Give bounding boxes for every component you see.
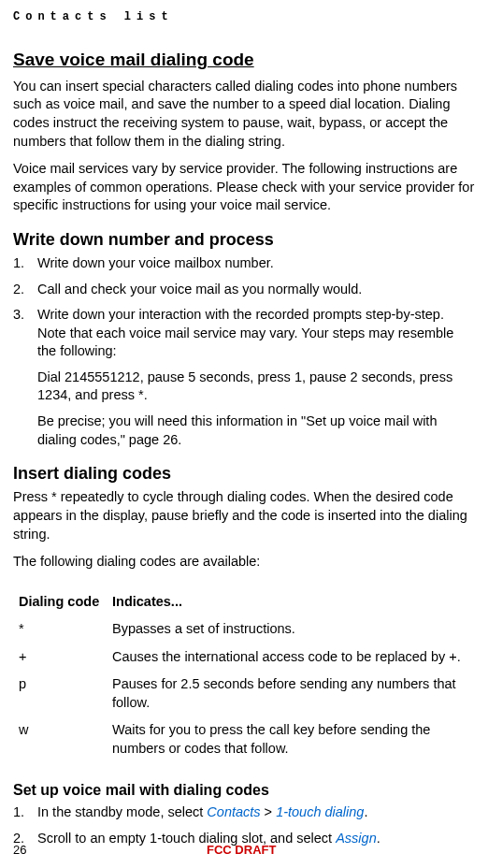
step-number: 1.	[13, 803, 37, 822]
cell-code: w	[19, 721, 112, 758]
step-text: Call and check your voice mail as you no…	[37, 281, 475, 299]
intro-paragraph-2: Voice mail services vary by service prov…	[13, 160, 475, 215]
write-down-steps: 1. Write down your voice mailbox number.…	[13, 254, 475, 449]
intro-paragraph-1: You can insert special characters called…	[13, 78, 475, 151]
step-number: 2.	[13, 281, 37, 299]
step-text-c: Be precise; you will need this informati…	[37, 412, 475, 449]
page-footer: 26 FCC DRAFT	[13, 842, 475, 859]
table-row: p Pauses for 2.5 seconds before sending …	[13, 671, 475, 716]
page-number: 26	[13, 842, 26, 859]
cell-code: *	[19, 620, 112, 639]
running-head: Contacts list	[13, 9, 475, 24]
cell-desc: Pauses for 2.5 seconds before sending an…	[112, 675, 475, 712]
list-item: 2. Call and check your voice mail as you…	[13, 281, 475, 299]
text-fragment: >	[261, 804, 277, 819]
table-row: + Causes the international access code t…	[13, 644, 475, 672]
list-item: 1. Write down your voice mailbox number.	[13, 254, 475, 273]
step-text-b: Dial 2145551212, pause 5 seconds, press …	[37, 369, 475, 405]
text-fragment: .	[364, 804, 367, 819]
fcc-draft-label: FCC DRAFT	[207, 842, 276, 859]
cell-desc: Bypasses a set of instructions.	[112, 620, 475, 639]
setup-steps: 1. In the standby mode, select Contacts …	[13, 803, 475, 847]
table-header-row: Dialing code Indicates...	[13, 588, 475, 616]
step-text: In the standby mode, select Contacts > 1…	[37, 803, 475, 822]
page-title: Save voice mail dialing code	[13, 48, 475, 72]
cell-code: +	[19, 648, 112, 667]
step-number: 1.	[13, 254, 37, 273]
list-item: 3. Write down your interaction with the …	[13, 306, 475, 449]
step-text: Write down your interaction with the rec…	[37, 306, 475, 449]
table-header-code: Dialing code	[19, 593, 112, 612]
section-heading-write-down: Write down number and process	[13, 228, 475, 251]
table-row: w Waits for you to press the call key be…	[13, 716, 475, 762]
one-touch-dialing-link[interactable]: 1-touch dialing	[276, 804, 364, 819]
step-text-a: Write down your interaction with the rec…	[37, 307, 453, 358]
table-row: * Bypasses a set of instructions.	[13, 615, 475, 644]
section-heading-setup: Set up voice mail with dialing codes	[13, 780, 475, 801]
section-heading-insert: Insert dialing codes	[13, 462, 475, 485]
step-number: 3.	[13, 306, 37, 449]
insert-paragraph-2: The following dialing codes are availabl…	[13, 553, 475, 571]
step-text: Write down your voice mailbox number.	[37, 254, 475, 273]
dialing-codes-table: Dialing code Indicates... * Bypasses a s…	[13, 588, 475, 763]
list-item: 1. In the standby mode, select Contacts …	[13, 803, 475, 822]
contacts-link[interactable]: Contacts	[207, 804, 260, 819]
cell-code: p	[19, 675, 112, 712]
cell-desc: Waits for you to press the call key befo…	[112, 721, 475, 758]
cell-desc: Causes the international access code to …	[112, 648, 475, 667]
table-header-desc: Indicates...	[112, 593, 475, 612]
insert-paragraph-1: Press * repeatedly to cycle through dial…	[13, 488, 475, 543]
text-fragment: In the standby mode, select	[37, 804, 207, 819]
